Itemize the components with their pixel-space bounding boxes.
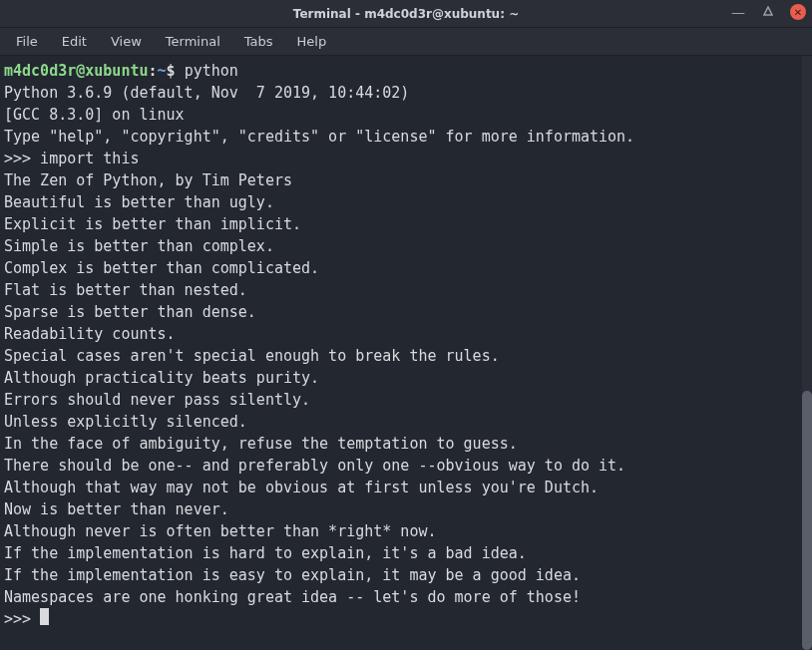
output-line: Readability counts. <box>4 323 812 345</box>
output-line: Explicit is better than implicit. <box>4 213 812 235</box>
menu-help[interactable]: Help <box>287 31 337 52</box>
output-line: In the face of ambiguity, refuse the tem… <box>4 433 812 455</box>
prompt-path: ~ <box>158 62 167 80</box>
menu-file[interactable]: File <box>6 31 48 52</box>
minimize-button[interactable]: — <box>730 4 746 20</box>
menu-view[interactable]: View <box>101 31 152 52</box>
window-title: Terminal - m4dc0d3r@xubuntu: ~ <box>293 7 519 21</box>
menu-edit[interactable]: Edit <box>52 31 97 52</box>
output-line: There should be one-- and preferably onl… <box>4 455 812 477</box>
scrollbar-track[interactable] <box>802 56 812 650</box>
maximize-button[interactable] <box>760 4 776 20</box>
svg-marker-0 <box>764 7 772 15</box>
repl-prompt-line: >>> <box>4 608 812 630</box>
menu-tabs[interactable]: Tabs <box>234 31 283 52</box>
output-line: Namespaces are one honking great idea --… <box>4 586 812 608</box>
output-line: Beautiful is better than ugly. <box>4 191 812 213</box>
minimize-icon: — <box>731 5 745 19</box>
prompt-dollar: $ <box>167 62 185 80</box>
repl-prompt: >>> <box>4 610 40 628</box>
output-line: Although never is often better than *rig… <box>4 520 812 542</box>
output-line: Complex is better than complicated. <box>4 257 812 279</box>
output-line: >>> import this <box>4 148 812 169</box>
output-line: Type "help", "copyright", "credits" or "… <box>4 126 812 148</box>
output-line: [GCC 8.3.0] on linux <box>4 104 812 126</box>
maximize-icon <box>763 6 773 18</box>
output-line: If the implementation is hard to explain… <box>4 542 812 564</box>
terminal-area[interactable]: m4dc0d3r@xubuntu:~$ python Python 3.6.9 … <box>0 56 812 650</box>
output-line: Errors should never pass silently. <box>4 389 812 411</box>
output-line: Although practicality beats purity. <box>4 367 812 389</box>
prompt-colon: : <box>149 62 158 80</box>
output-line: Simple is better than complex. <box>4 235 812 257</box>
output-line: Python 3.6.9 (default, Nov 7 2019, 10:44… <box>4 82 812 104</box>
menubar: File Edit View Terminal Tabs Help <box>0 28 812 56</box>
output-line: Now is better than never. <box>4 498 812 520</box>
output-line: Flat is better than nested. <box>4 279 812 301</box>
scrollbar-thumb[interactable] <box>802 391 812 650</box>
output-line: Unless explicitly silenced. <box>4 411 812 433</box>
output-line: The Zen of Python, by Tim Peters <box>4 169 812 191</box>
cursor-icon <box>40 608 49 625</box>
typed-command: python <box>185 62 238 80</box>
menu-terminal[interactable]: Terminal <box>156 31 230 52</box>
output-line: Sparse is better than dense. <box>4 301 812 323</box>
close-button[interactable]: ✕ <box>790 4 806 20</box>
prompt-user-host: m4dc0d3r@xubuntu <box>4 62 149 80</box>
output-line: If the implementation is easy to explain… <box>4 564 812 586</box>
window-controls: — ✕ <box>730 4 806 20</box>
window-titlebar: Terminal - m4dc0d3r@xubuntu: ~ — ✕ <box>0 0 812 28</box>
output-line: Although that way may not be obvious at … <box>4 477 812 498</box>
close-icon: ✕ <box>794 7 802 18</box>
output-line: Special cases aren't special enough to b… <box>4 345 812 367</box>
prompt-line: m4dc0d3r@xubuntu:~$ python <box>4 60 812 82</box>
